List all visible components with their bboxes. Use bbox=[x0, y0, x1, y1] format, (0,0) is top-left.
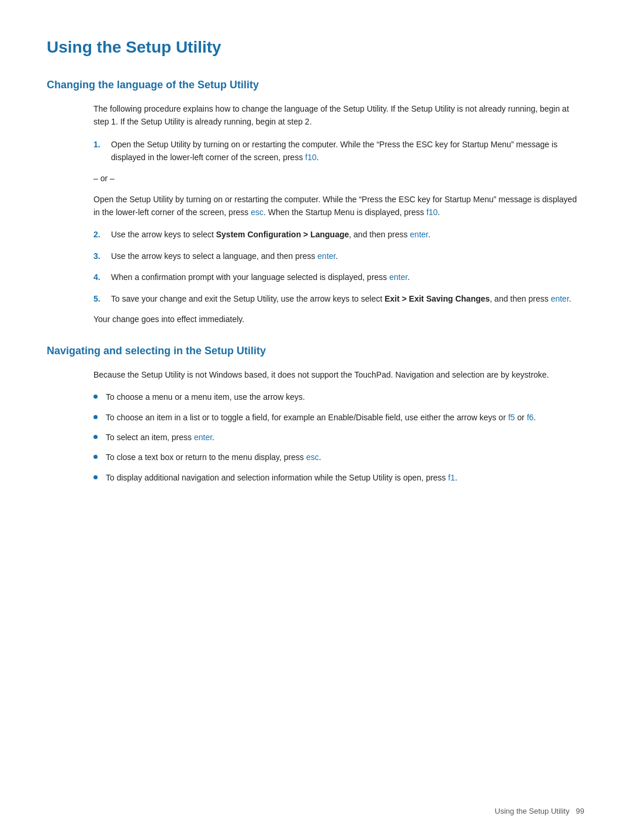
or-divider: – or – bbox=[93, 172, 584, 185]
footer-page: 99 bbox=[576, 807, 584, 815]
bullet-3-text: To select an item, press enter. bbox=[106, 431, 214, 444]
section1-title: Changing the language of the Setup Utili… bbox=[47, 77, 584, 93]
step-3-content: Use the arrow keys to select a language,… bbox=[111, 250, 584, 262]
step-5-link-enter: enter bbox=[551, 294, 569, 303]
step-3-number: 3. bbox=[93, 250, 111, 262]
step-4-content: When a confirmation prompt with your lan… bbox=[111, 271, 584, 284]
bullet-dot-4 bbox=[93, 455, 98, 459]
bullet-2-link-f5: f5 bbox=[508, 413, 515, 422]
step-5-number: 5. bbox=[93, 292, 111, 305]
bullet-2-text: To choose an item in a list or to toggle… bbox=[106, 411, 536, 424]
section-changing-language: Changing the language of the Setup Utili… bbox=[47, 77, 584, 326]
footer-label: Using the Setup Utility bbox=[495, 807, 570, 815]
after-list-text: Your change goes into effect immediately… bbox=[93, 313, 584, 326]
section2-title: Navigating and selecting in the Setup Ut… bbox=[47, 343, 584, 359]
bullet-1-text: To choose a menu or a menu item, use the… bbox=[106, 390, 305, 403]
step-1-content: Open the Setup Utility by turning on or … bbox=[111, 138, 584, 164]
or-link-f10: f10 bbox=[427, 208, 438, 217]
section-navigating: Navigating and selecting in the Setup Ut… bbox=[47, 343, 584, 484]
step-1: 1. Open the Setup Utility by turning on … bbox=[93, 138, 584, 164]
bullet-4-text: To close a text box or return to the men… bbox=[106, 451, 321, 464]
or-paragraph: Open the Setup Utility by turning on or … bbox=[93, 193, 584, 219]
numbered-list-2: 2. Use the arrow keys to select System C… bbox=[93, 228, 584, 305]
step-1-link-f10: f10 bbox=[305, 153, 316, 162]
step-4-number: 4. bbox=[93, 271, 111, 284]
step-5-content: To save your change and exit the Setup U… bbox=[111, 292, 584, 305]
bullet-dot-2 bbox=[93, 415, 98, 419]
bullet-dot-1 bbox=[93, 395, 98, 399]
bullet-2: To choose an item in a list or to toggle… bbox=[93, 411, 584, 424]
step-1-number: 1. bbox=[93, 138, 111, 164]
bullet-dot-5 bbox=[93, 475, 98, 479]
or-text: – or – bbox=[93, 172, 584, 185]
step-4-link-enter: enter bbox=[389, 272, 407, 282]
bullet-3-link-enter: enter bbox=[194, 433, 212, 442]
step-3-link-enter: enter bbox=[317, 251, 335, 261]
bullet-4-link-esc: esc bbox=[306, 452, 319, 462]
bullet-3: To select an item, press enter. bbox=[93, 431, 584, 444]
page: Using the Setup Utility Changing the lan… bbox=[0, 0, 631, 840]
bullet-list: To choose a menu or a menu item, use the… bbox=[93, 390, 584, 484]
step-2-link-enter: enter bbox=[410, 230, 428, 239]
bullet-5-text: To display additional navigation and sel… bbox=[106, 471, 457, 484]
bullet-5-link-f1: f1 bbox=[448, 473, 455, 482]
step-4: 4. When a confirmation prompt with your … bbox=[93, 271, 584, 284]
bullet-dot-3 bbox=[93, 435, 98, 439]
section1-intro: The following procedure explains how to … bbox=[93, 102, 584, 129]
step-5: 5. To save your change and exit the Setu… bbox=[93, 292, 584, 305]
page-title: Using the Setup Utility bbox=[47, 35, 584, 60]
numbered-list: 1. Open the Setup Utility by turning on … bbox=[93, 138, 584, 164]
bullet-1: To choose a menu or a menu item, use the… bbox=[93, 390, 584, 403]
or-link-esc: esc bbox=[251, 208, 264, 217]
bullet-2-link-f6: f6 bbox=[527, 413, 534, 422]
bullet-5: To display additional navigation and sel… bbox=[93, 471, 584, 484]
step-2-content: Use the arrow keys to select System Conf… bbox=[111, 228, 584, 241]
bullet-4: To close a text box or return to the men… bbox=[93, 451, 584, 464]
step-2: 2. Use the arrow keys to select System C… bbox=[93, 228, 584, 241]
step-2-number: 2. bbox=[93, 228, 111, 241]
section2-intro: Because the Setup Utility is not Windows… bbox=[93, 368, 584, 381]
step-3: 3. Use the arrow keys to select a langua… bbox=[93, 250, 584, 262]
page-footer: Using the Setup Utility 99 bbox=[495, 806, 584, 817]
